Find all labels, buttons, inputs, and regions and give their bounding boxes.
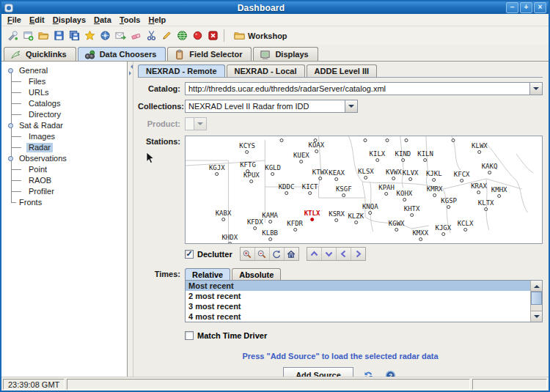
station-marker[interactable] <box>385 137 389 142</box>
title-bar[interactable]: Dashboard –+× <box>1 1 549 14</box>
save-icon[interactable] <box>51 29 67 43</box>
cut-icon[interactable] <box>144 29 159 43</box>
tree-item-files[interactable]: Files <box>3 76 127 87</box>
times-scrollbar[interactable] <box>530 281 542 322</box>
menu-edit[interactable]: Edit <box>27 15 51 25</box>
station-klbb[interactable]: KLBB <box>262 230 278 241</box>
erase-icon[interactable] <box>128 29 144 43</box>
station-ksrx[interactable]: KSRX <box>329 211 345 222</box>
tree-item-label[interactable]: Files <box>26 77 48 86</box>
tree-item-label[interactable]: Images <box>26 132 57 141</box>
split-pane-divider[interactable] <box>128 62 133 377</box>
favorite-icon[interactable] <box>82 29 98 43</box>
tab-quicklinks[interactable]: Quicklinks <box>4 47 76 61</box>
station-ktlx[interactable]: KTLX <box>304 210 320 221</box>
collections-value[interactable]: NEXRAD Level II Radar from IDD <box>186 100 345 112</box>
scrollbar-thumb[interactable] <box>531 292 542 305</box>
collections-dropdown-button[interactable] <box>345 100 357 112</box>
tree-item-images[interactable]: Images <box>3 131 127 142</box>
time-icon[interactable] <box>98 29 113 43</box>
rotate-button[interactable] <box>270 248 285 260</box>
edit-icon[interactable] <box>159 29 175 43</box>
station-keax[interactable]: KEAX <box>329 170 345 181</box>
station-kjkl[interactable]: KJKL <box>426 171 442 182</box>
catalog-combobox[interactable]: http://thredds.ucar.edu/thredds/radarSer… <box>185 82 543 95</box>
station-kilx[interactable]: KILX <box>370 151 386 162</box>
scroll-down-button[interactable] <box>531 311 542 322</box>
station-kgld[interactable]: KGLD <box>265 165 281 176</box>
open-folder-icon[interactable] <box>36 29 51 43</box>
menu-data[interactable]: Data <box>92 15 117 25</box>
station-marker[interactable] <box>280 137 284 142</box>
tree-item-label[interactable]: URLs <box>26 88 51 97</box>
menu-displays[interactable]: Displays <box>51 15 92 25</box>
menu-file[interactable]: File <box>5 15 27 25</box>
tree-item-catalogs[interactable]: Catalogs <box>3 98 127 109</box>
scroll-up-button[interactable] <box>531 281 542 292</box>
launch-icon[interactable] <box>5 29 21 43</box>
station-ksgf[interactable]: KSGF <box>336 186 352 197</box>
menu-help[interactable]: Help <box>146 15 172 25</box>
station-krax[interactable]: KRAX <box>471 183 487 194</box>
station-ktwx[interactable]: KTWX <box>312 169 329 180</box>
tree-group-general[interactable]: General <box>3 65 127 76</box>
tree-expander-icon[interactable] <box>8 156 13 161</box>
station-kvwx[interactable]: KVWX <box>386 169 402 180</box>
station-marker[interactable] <box>405 137 408 142</box>
collapse-right-icon[interactable] <box>129 71 133 75</box>
station-koax[interactable]: KOAX <box>309 142 325 153</box>
zoom-in-button[interactable] <box>241 248 255 260</box>
maximize-button[interactable]: + <box>520 2 532 13</box>
station-marker[interactable] <box>451 137 455 142</box>
tree-item-profiler[interactable]: Profiler <box>3 186 127 197</box>
station-kclx[interactable]: KCLX <box>458 221 474 232</box>
tab-displays[interactable]: Displays <box>253 47 318 61</box>
tab-data-choosers[interactable]: Data Choosers <box>78 47 166 61</box>
close-button[interactable]: × <box>534 2 546 13</box>
station-klzk[interactable]: KLZK <box>348 213 364 224</box>
menu-tools[interactable]: Tools <box>117 15 147 25</box>
tree-item-label[interactable]: Radar <box>26 143 53 152</box>
tree-item-label[interactable]: RAOB <box>26 176 54 185</box>
station-kjgx[interactable]: KJGX <box>436 225 452 236</box>
station-klsx[interactable]: KLSX <box>358 169 374 180</box>
station-kddc[interactable]: KDDC <box>279 184 295 195</box>
station-kict[interactable]: KICT <box>302 184 318 195</box>
tab-field-selector[interactable]: Field Selector <box>167 47 252 61</box>
home-button[interactable] <box>285 248 298 260</box>
save-as-icon[interactable] <box>67 29 82 43</box>
times-list-item[interactable]: Most recent <box>186 281 530 291</box>
tree-item-label[interactable]: Profiler <box>26 187 56 196</box>
catalog-dropdown-button[interactable] <box>529 83 542 95</box>
station-kfdx[interactable]: KFDX <box>247 219 263 230</box>
station-khtx[interactable]: KHTX <box>404 206 420 217</box>
stop-icon[interactable] <box>205 29 221 43</box>
tree-expander-icon[interactable] <box>8 68 13 73</box>
pan-down-button[interactable] <box>322 248 337 260</box>
tree-item-fronts[interactable]: Fronts <box>3 197 127 208</box>
station-marker[interactable] <box>314 137 318 142</box>
station-klvx[interactable]: KLVX <box>403 170 419 181</box>
pan-up-button[interactable] <box>307 248 322 260</box>
station-map[interactable]: KCYSKOAXKUEXKGJXKFTGKGLDKTWXKEAXKPUXKDDC… <box>185 136 543 244</box>
tree-item-label[interactable]: Point <box>26 165 49 174</box>
times-list-item[interactable]: 2 most recent <box>186 291 530 301</box>
chooser-tab-nexrad-remote[interactable]: NEXRAD - Remote <box>138 64 225 77</box>
minimize-button[interactable]: – <box>506 2 518 13</box>
station-kgjx[interactable]: KGJX <box>209 165 225 176</box>
pan-right-button[interactable] <box>351 248 365 260</box>
declutter-checkbox[interactable]: ✓ <box>185 250 194 259</box>
tree-item-urls[interactable]: URLs <box>3 87 127 98</box>
collapse-left-icon[interactable] <box>128 64 133 69</box>
zoom-out-button[interactable] <box>255 248 270 260</box>
tree-item-directory[interactable]: Directory <box>3 109 127 120</box>
catalog-value[interactable]: http://thredds.ucar.edu/thredds/radarSer… <box>186 83 529 95</box>
match-time-driver-checkbox[interactable] <box>185 331 194 340</box>
tree-item-label[interactable]: Fronts <box>17 198 44 207</box>
times-tab-absolute[interactable]: Absolute <box>232 268 281 280</box>
station-kfdr[interactable]: KFDR <box>287 221 303 232</box>
tree-group-sat-radar[interactable]: Sat & Radar <box>3 120 127 131</box>
station-kltx[interactable]: KLTX <box>478 200 494 211</box>
station-kfcx[interactable]: KFCX <box>454 171 470 182</box>
station-kpux[interactable]: KPUX <box>243 172 260 183</box>
